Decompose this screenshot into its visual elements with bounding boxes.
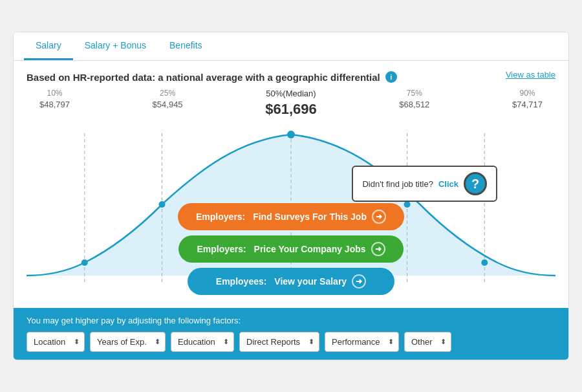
svg-point-5	[81, 259, 88, 266]
btn-green-prefix: Employers:	[197, 244, 246, 254]
pct-90-label: 90%	[512, 88, 543, 99]
pct-50-label: 50%(Median)	[265, 88, 317, 100]
main-content: Based on HR-reported data: a national av…	[14, 61, 568, 308]
question-mark-icon[interactable]: ?	[464, 172, 487, 195]
chart-area: 10% $48,797 25% $54,945 50%(Median) $61,…	[27, 88, 555, 308]
pct-10-label: 10%	[39, 88, 70, 99]
btn-green-arrow: ➜	[371, 242, 385, 256]
view-as-table-link[interactable]: View as table	[506, 70, 555, 80]
dropdown-location[interactable]: Location	[27, 332, 85, 352]
cta-buttons: Employers: Find Surveys For This Job ➜ E…	[178, 203, 404, 295]
pct-25-label: 25%	[153, 88, 183, 99]
btn-green-label: Price Your Company Jobs	[252, 244, 366, 254]
pct-90-amount: $74,717	[512, 99, 543, 111]
dropdown-direct-reports[interactable]: Direct Reports	[239, 332, 319, 352]
chart-headline: Based on HR-reported data: a national av…	[27, 71, 555, 83]
dropdown-other-wrapper: Other	[404, 332, 451, 352]
btn-blue-label: View your Salary	[272, 276, 347, 287]
dropdown-direct-reports-wrapper: Direct Reports	[239, 332, 319, 352]
percentile-labels: 10% $48,797 25% $54,945 50%(Median) $61,…	[27, 88, 555, 120]
btn-orange-arrow: ➜	[372, 210, 386, 224]
tooltip-click[interactable]: Click	[438, 179, 458, 189]
dropdown-years[interactable]: Years of Exp.	[90, 332, 166, 352]
btn-blue-arrow: ➜	[352, 274, 366, 289]
tab-salary[interactable]: Salary	[24, 32, 73, 60]
dropdown-education[interactable]: Education	[171, 332, 234, 352]
btn-orange-label: Find Surveys For This Job	[250, 212, 367, 222]
dropdown-performance-wrapper: Performance	[325, 332, 399, 352]
dropdown-education-wrapper: Education	[171, 332, 234, 352]
pct-75-label: 75%	[399, 88, 429, 99]
tabs-bar: Salary Salary + Bonus Benefits	[14, 32, 568, 61]
dropdown-other[interactable]: Other	[404, 332, 451, 352]
tooltip-box[interactable]: Didn't find job title? Click ?	[352, 166, 497, 202]
pct-25-amount: $54,945	[153, 99, 183, 111]
employers-price-button[interactable]: Employers: Price Your Company Jobs ➜	[178, 235, 403, 263]
headline-text: Based on HR-reported data: a national av…	[27, 72, 380, 83]
pct-75: 75% $68,512	[399, 88, 429, 120]
dropdown-years-wrapper: Years of Exp.	[90, 332, 166, 352]
bottom-bar: You may get higher pay by adjusting the …	[14, 308, 568, 360]
pct-10-amount: $48,797	[39, 99, 70, 111]
tab-salary-bonus[interactable]: Salary + Bonus	[73, 32, 158, 60]
bottom-bar-text: You may get higher pay by adjusting the …	[27, 316, 555, 325]
tooltip-text: Didn't find job title?	[362, 179, 433, 189]
main-card: Salary Salary + Bonus Benefits Based on …	[13, 32, 569, 360]
dropdowns-row: Location Years of Exp. Education Direct …	[27, 332, 555, 352]
svg-point-9	[481, 259, 488, 266]
svg-point-8	[404, 201, 411, 208]
btn-orange-prefix: Employers:	[196, 212, 245, 222]
pct-75-amount: $68,512	[399, 99, 429, 111]
tab-benefits[interactable]: Benefits	[158, 32, 214, 60]
pct-50-amount: $61,696	[265, 100, 317, 120]
pct-10: 10% $48,797	[39, 88, 70, 120]
pct-90: 90% $74,717	[512, 88, 543, 120]
employers-surveys-button[interactable]: Employers: Find Surveys For This Job ➜	[178, 203, 404, 230]
dropdown-location-wrapper: Location	[27, 332, 85, 352]
pct-25: 25% $54,945	[153, 88, 183, 120]
info-icon[interactable]: i	[385, 71, 397, 83]
employees-salary-button[interactable]: Employees: View your Salary ➜	[188, 268, 394, 295]
svg-point-6	[159, 201, 166, 208]
svg-point-7	[287, 131, 295, 138]
pct-50: 50%(Median) $61,696	[265, 88, 317, 120]
btn-blue-prefix: Employees:	[216, 276, 267, 287]
dropdown-performance[interactable]: Performance	[325, 332, 399, 352]
